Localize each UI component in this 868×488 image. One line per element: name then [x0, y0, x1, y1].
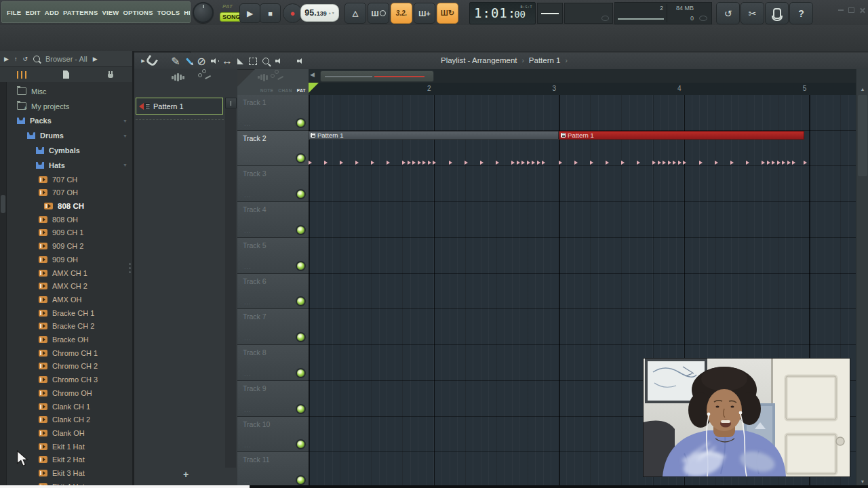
record-button[interactable]: ●	[283, 3, 302, 23]
expand-arrow-icon[interactable]: ▼	[123, 134, 127, 138]
browser-item-drums[interactable]: Drums▼	[6, 128, 132, 143]
main-volume-knob[interactable]	[193, 2, 214, 23]
browser-item-bracke-ch-1[interactable]: Bracke CH 1	[6, 306, 132, 320]
menu-item-patterns[interactable]: PATTERNS	[63, 9, 98, 16]
scroll-left-icon[interactable]: ◀	[310, 71, 315, 78]
browser-tab-generators[interactable]	[88, 67, 132, 82]
track-header-track-7[interactable]: Track 7...	[237, 309, 309, 345]
browser-item-chromo-ch-1[interactable]: Chromo CH 1	[6, 346, 132, 360]
scroll-up-icon[interactable]: ▲	[857, 83, 868, 94]
pattern-list-item[interactable]: Pattern 1	[136, 98, 223, 115]
paint-tool-icon[interactable]	[182, 55, 195, 67]
browser-item-ekit-4-hat[interactable]: Ekit 4 Hat	[6, 480, 132, 485]
pat-song-toggle[interactable]: PAT SONG	[220, 3, 240, 22]
track-header-track-1[interactable]: Track 1...	[237, 95, 309, 131]
time-display[interactable]: 1:01: 00 B:S:T	[469, 2, 536, 24]
shuffle-slider[interactable]	[564, 3, 613, 24]
track-options-dots[interactable]: ...	[244, 192, 252, 199]
browser-item-909-oh[interactable]: 909 OH	[6, 253, 132, 266]
browser-title-arrow-icon[interactable]: ▶	[93, 56, 98, 62]
track-options-dots[interactable]: ...	[244, 299, 252, 306]
mute-tool-icon[interactable]	[208, 55, 220, 67]
track-mute-led[interactable]	[297, 155, 304, 162]
browser-item-amx-oh[interactable]: AMX OH	[6, 293, 132, 306]
track-options-dots[interactable]: ...	[244, 442, 252, 449]
track-mute-led[interactable]	[297, 119, 304, 127]
browser-item-clank-ch-1[interactable]: Clank CH 1	[6, 400, 132, 413]
window-minimize-button[interactable]	[836, 7, 845, 14]
grid-row-6[interactable]	[309, 274, 856, 310]
track-mute-led[interactable]	[297, 190, 304, 198]
track-mute-led[interactable]	[297, 298, 304, 305]
track-options-dots[interactable]: ...	[244, 156, 252, 163]
browser-item-808-oh[interactable]: 808 OH	[6, 213, 132, 226]
playlist-subtitle[interactable]: Pattern 1	[529, 56, 561, 64]
recording-panel-button[interactable]	[765, 2, 789, 24]
browser-item-909-ch-2[interactable]: 909 CH 2	[6, 239, 132, 253]
browser-item-909-ch-1[interactable]: 909 CH 1	[6, 226, 132, 240]
track-header-track-11[interactable]: Track 11...	[237, 452, 309, 488]
track-header-track-5[interactable]: Track 5...	[237, 238, 309, 274]
cut-tool-button[interactable]: ✂	[741, 2, 764, 24]
browser-refresh-icon[interactable]: ↺	[22, 56, 28, 62]
window-close-button[interactable]	[858, 7, 867, 14]
browser-item-amx-ch-1[interactable]: AMX CH 1	[6, 266, 132, 280]
add-pattern-footer-button[interactable]: +	[134, 469, 237, 480]
playlist-timeline[interactable]: 2345	[309, 83, 868, 96]
browser-item-707-oh[interactable]: 707 OH	[6, 186, 132, 200]
clip-title-bar[interactable]: Pattern 1	[309, 131, 559, 140]
slip-tool-icon[interactable]: ↔	[221, 55, 233, 67]
browser-item-808-ch[interactable]: 808 CH	[6, 199, 132, 213]
menu-item-options[interactable]: OPTIONS	[123, 9, 153, 16]
browser-tab-plugins[interactable]	[0, 67, 44, 82]
track-mute-led[interactable]	[297, 369, 304, 377]
tempo-spinner-icon[interactable]: ▲▼	[328, 12, 335, 14]
browser-item-clank-ch-2[interactable]: Clank CH 2	[6, 413, 132, 426]
track-mute-led[interactable]	[297, 333, 304, 341]
browser-left-scrollbar[interactable]	[0, 82, 7, 485]
snap-magnet-icon[interactable]	[145, 55, 157, 67]
browser-item-bracke-oh[interactable]: Bracke OH	[6, 333, 132, 346]
zoom-tool-icon[interactable]	[260, 55, 272, 67]
slice-tool-icon[interactable]	[234, 55, 246, 67]
master-pitch-slider[interactable]	[537, 3, 563, 24]
track-mute-led[interactable]	[297, 226, 304, 234]
browser-item-cymbals[interactable]: Cymbals	[6, 143, 132, 158]
track-options-dots[interactable]: ...	[244, 371, 252, 378]
playhead-flag-icon[interactable]	[309, 83, 319, 93]
browser-item-packs[interactable]: Packs▼	[6, 114, 132, 129]
track-options-dots[interactable]: ...	[244, 228, 252, 235]
browser-menu-arrow-icon[interactable]: ▶	[4, 56, 9, 62]
select-tool-icon[interactable]	[247, 55, 259, 67]
browser-tab-files[interactable]	[44, 67, 88, 82]
track-header-track-4[interactable]: Track 4...	[237, 202, 309, 238]
scrollbar-handle[interactable]	[1, 195, 5, 213]
grid-row-4[interactable]	[309, 202, 856, 238]
browser-item-hats[interactable]: Hats▼	[6, 158, 132, 173]
play-button[interactable]: ▶	[239, 3, 260, 23]
track-options-dots[interactable]: ...	[244, 478, 252, 485]
browser-up-icon[interactable]: ↑	[14, 56, 18, 62]
tempo-display[interactable]: 95.139 ▲▼	[300, 4, 339, 22]
expand-arrow-icon[interactable]: ▼	[123, 163, 127, 167]
help-button[interactable]: ?	[789, 2, 813, 24]
overdub-button[interactable]: Ш+	[414, 3, 435, 24]
delete-tool-icon[interactable]: ⊘	[195, 55, 208, 67]
panel-splitter-handle[interactable]	[128, 263, 131, 277]
track-header-track-2[interactable]: Track 2...	[237, 131, 309, 167]
browser-item-chromo-ch-3[interactable]: Chromo CH 3	[6, 373, 132, 386]
corner-label-pat[interactable]: PAT	[297, 88, 306, 93]
browser-item-my-projects[interactable]: My projects	[6, 99, 132, 114]
browser-item-clank-oh[interactable]: Clank OH	[6, 426, 132, 440]
loop-record-button[interactable]: Ш↻	[437, 3, 458, 24]
track-header-track-8[interactable]: Track 8...	[237, 345, 309, 381]
browser-item-chromo-oh[interactable]: Chromo OH	[6, 386, 132, 400]
grid-row-1[interactable]	[309, 95, 856, 131]
track-header-track-3[interactable]: Track 3...	[237, 166, 309, 202]
track-options-dots[interactable]: ...	[244, 121, 252, 127]
grid-row-5[interactable]	[309, 238, 856, 274]
expand-arrow-icon[interactable]: ▼	[123, 119, 127, 123]
horizontal-scroll-thumb[interactable]	[320, 70, 434, 82]
menu-item-view[interactable]: VIEW	[102, 9, 119, 16]
menu-item-help[interactable]: HELP	[184, 9, 191, 16]
